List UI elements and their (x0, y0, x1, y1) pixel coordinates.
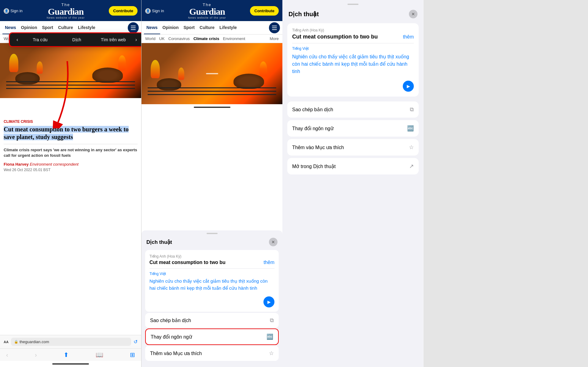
drag-handle-2 (206, 73, 218, 74)
translation-card-2: Tiếng Anh (Hoa Kỳ) Cut meat consumption … (145, 250, 279, 312)
browser-url-1[interactable]: 🔒 theguardian.com (11, 338, 131, 346)
star-icon-3: ☆ (409, 144, 414, 151)
translation-action-open-3[interactable]: Mở trong Dịch thuật ↗ (287, 158, 419, 174)
translation-close-button-2[interactable]: ✕ (269, 238, 277, 246)
guardian-tagline-2: News website of the year (164, 16, 250, 19)
article-title-highlight-1: Cut meat consumption to two burgers a we… (4, 126, 129, 140)
play-button-3[interactable]: ▶ (403, 81, 414, 92)
translation-title-2: Dịch thuật (146, 239, 172, 245)
translation-viet-text-3: Nghiên cứu cho thấy việc cắt giảm tiêu t… (292, 53, 414, 75)
flame-3 (37, 61, 43, 74)
nav-items-1: News Opinion Sport Culture Lifestyle (2, 21, 128, 34)
back-button-1[interactable]: ‹ (6, 351, 8, 358)
article-title-1: Cut meat consumption to two burgers a we… (4, 126, 138, 141)
popup-prev-btn-1[interactable]: ‹ (15, 36, 20, 43)
translation-action-fav-2[interactable]: Thêm vào Mục ưa thích ☆ (145, 346, 279, 361)
subnav-coronavirus-2[interactable]: Coronavirus (168, 36, 190, 41)
flame-6 (178, 68, 184, 80)
subnav-climate-2[interactable]: Climate crisis (193, 36, 219, 41)
translation-more-3[interactable]: thêm (403, 34, 414, 40)
popup-dich-1[interactable]: Dịch (60, 37, 93, 42)
translation-more-2[interactable]: thêm (263, 260, 274, 265)
nav-culture-2[interactable]: Culture (197, 21, 217, 34)
popup-tra-cuu-1[interactable]: Tra cứu (24, 37, 57, 42)
phone-panel-3: Dịch thuật ✕ Tiếng Anh (Hoa Kỳ) Cut meat… (282, 0, 424, 367)
bookmarks-button-1[interactable]: 📖 (96, 351, 103, 358)
spacer (424, 0, 588, 367)
nav-news-1[interactable]: News (2, 21, 19, 34)
sign-in-label-2[interactable]: Sign in (152, 9, 164, 13)
popup-tim-1[interactable]: Tìm trên web (97, 37, 130, 42)
action-open-label-3: Mở trong Dịch thuật (292, 163, 336, 169)
share-button-1[interactable]: ⬆ (64, 351, 69, 358)
hamburger-line-6 (272, 29, 277, 30)
tabs-button-1[interactable]: ⊞ (130, 351, 135, 358)
hamburger-button-2[interactable] (269, 22, 280, 33)
sign-in-2[interactable]: 👤 Sign in (145, 8, 164, 14)
flame-4 (151, 60, 160, 78)
hamburger-line-1 (131, 26, 136, 26)
forward-button-1[interactable]: › (35, 351, 37, 358)
nav-opinion-1[interactable]: Opinion (19, 21, 40, 34)
browser-bar-1: AA 🔒 theguardian.com ↺ (0, 335, 141, 348)
translation-action-change-lang-2[interactable]: Thay đổi ngôn ngữ 🔤 (145, 328, 279, 345)
flame-1 (9, 54, 18, 72)
grill-bar-5 (148, 91, 276, 92)
nav-bar-1: News Opinion Sport Culture Lifestyle (0, 21, 141, 35)
translation-action-change-3[interactable]: Thay đổi ngôn ngữ 🔤 (287, 120, 419, 137)
hamburger-button-1[interactable] (128, 22, 139, 33)
translation-card-3: Tiếng Anh (Hoa Kỳ) Cut meat consumption … (287, 23, 419, 97)
nav-lifestyle-2[interactable]: Lifestyle (217, 21, 239, 34)
popup-next-btn-1[interactable]: › (134, 36, 139, 43)
home-indicator-2 (141, 104, 282, 110)
sub-nav-2: World UK Coronavirus Climate crisis Envi… (141, 35, 282, 43)
nav-sport-1[interactable]: Sport (39, 21, 56, 34)
sign-in-label-1[interactable]: Sign in (10, 9, 23, 13)
subnav-more-2[interactable]: More (270, 36, 279, 41)
author-role-1: Environment correspondent (30, 162, 79, 167)
subnav-uk-2[interactable]: UK (159, 36, 165, 41)
play-button-2[interactable]: ▶ (263, 296, 274, 307)
sign-in-1[interactable]: 👤 Sign in (4, 8, 23, 14)
translation-source-text-3: Cut meat consumption to two bu (292, 34, 378, 40)
burger-patty-4 (233, 74, 264, 89)
translation-action-fav-3[interactable]: Thêm vào Mục ưa thích ☆ (287, 139, 419, 156)
translation-viet-text-2: Nghiên cứu cho thấy việc cắt giảm tiêu t… (149, 278, 274, 292)
translation-title-3: Dịch thuật (288, 10, 319, 18)
action-copy-label-3: Sao chép bản dịch (292, 107, 333, 112)
refresh-button-1[interactable]: ↺ (134, 339, 138, 345)
account-icon-2: 👤 (145, 8, 151, 14)
translation-source-lang-3: Tiếng Anh (Hoa Kỳ) (292, 28, 414, 32)
nav-news-2[interactable]: News (144, 21, 160, 34)
nav-lifestyle-1[interactable]: Lifestyle (75, 21, 98, 34)
translation-popup-2: Dịch thuật ✕ Tiếng Anh (Hoa Kỳ) Cut meat… (141, 230, 282, 367)
burger-patty-2 (92, 68, 123, 83)
nav-sport-2[interactable]: Sport (181, 21, 197, 34)
nav-culture-1[interactable]: Culture (56, 21, 75, 34)
translation-close-button-3[interactable]: ✕ (409, 10, 417, 18)
subnav-world-2[interactable]: World (145, 36, 156, 41)
translation-action-copy-2[interactable]: Sao chép bản dịch ⧉ (145, 313, 279, 328)
translation-viet-lang-2: Tiếng Việt (149, 272, 274, 276)
translation-viet-lang-3: Tiếng Việt (292, 46, 414, 51)
translation-action-copy-3[interactable]: Sao chép bản dịch ⧉ (287, 101, 419, 118)
play-container-2: ▶ (149, 294, 274, 307)
guardian-logo-2: The Guardian News website of the year (164, 2, 250, 19)
home-indicator-1 (0, 361, 141, 367)
grill-bar-2 (6, 85, 135, 86)
grill-bar-4 (148, 87, 276, 88)
contribute-button-2[interactable]: Contribute (250, 6, 279, 16)
home-bar-1 (52, 363, 89, 365)
browser-aa-1[interactable]: AA (4, 340, 9, 344)
article-summary-1: Climate crisis report says 'we are not w… (4, 144, 138, 158)
translation-divider-2 (149, 268, 274, 269)
flame-5 (259, 61, 267, 77)
hamburger-line-2 (131, 28, 136, 28)
lock-icon-1: 🔒 (14, 340, 18, 344)
subnav-environment-2[interactable]: Environment (223, 36, 245, 41)
play-container-3: ▶ (292, 78, 414, 92)
nav-opinion-2[interactable]: Opinion (160, 21, 181, 34)
guardian-name-1: Guardian (23, 7, 109, 16)
contribute-button-1[interactable]: Contribute (109, 6, 138, 16)
translation-source-lang-2: Tiếng Anh (Hoa Kỳ) (149, 254, 274, 259)
